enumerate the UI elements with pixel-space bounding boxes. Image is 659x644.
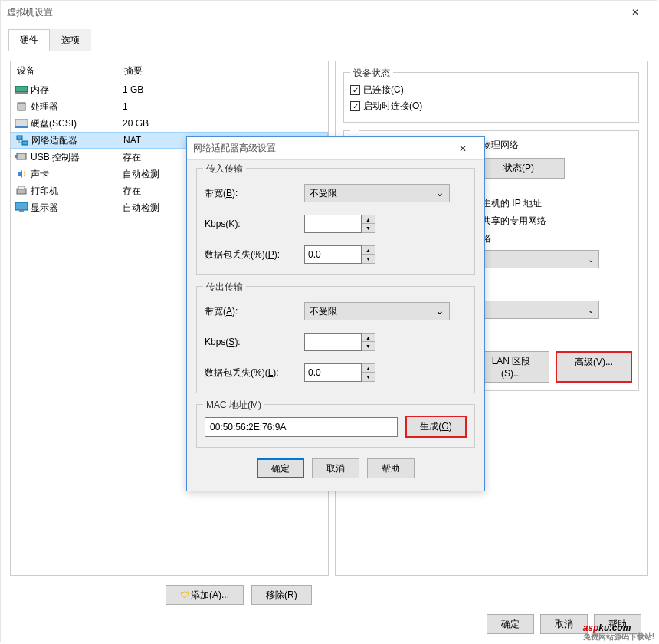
main-title: 虚拟机设置 bbox=[7, 6, 620, 19]
replicate-state-button[interactable]: 状态(P) bbox=[473, 158, 565, 179]
loss-out-input[interactable] bbox=[304, 363, 362, 382]
kbps-in-input[interactable] bbox=[304, 215, 362, 233]
close-icon[interactable]: ✕ bbox=[620, 1, 651, 24]
device-row-hdd[interactable]: 硬盘(SCSI) 20 GB bbox=[11, 115, 328, 132]
svg-rect-4 bbox=[15, 127, 28, 128]
spin-down-icon[interactable]: ▼ bbox=[362, 342, 375, 350]
main-cancel-button[interactable]: 取消 bbox=[540, 614, 588, 634]
device-label: 处理器 bbox=[31, 100, 123, 113]
bandwidth-in-val: 不受限 bbox=[310, 187, 337, 200]
device-label: 声卡 bbox=[31, 168, 123, 181]
svg-rect-0 bbox=[15, 86, 28, 92]
spin-up-icon[interactable]: ▲ bbox=[362, 334, 375, 342]
usb-icon bbox=[14, 151, 29, 163]
hostonly-partial: 机共享的专用网络 bbox=[473, 215, 632, 228]
svg-rect-10 bbox=[18, 186, 25, 189]
device-summary: 20 GB bbox=[123, 118, 325, 129]
hdd-icon bbox=[14, 117, 29, 130]
spin-up-icon[interactable]: ▲ bbox=[362, 215, 375, 224]
bridged-partial: 接物理网络 bbox=[473, 139, 632, 152]
device-label: USB 控制器 bbox=[31, 151, 123, 164]
device-row-memory[interactable]: 内存 1 GB bbox=[11, 81, 328, 98]
bandwidth-out-val: 不受限 bbox=[310, 305, 337, 318]
spin-down-icon[interactable]: ▼ bbox=[362, 255, 375, 263]
header-summary: 摘要 bbox=[124, 64, 143, 77]
sound-icon bbox=[14, 168, 29, 180]
spin-down-icon[interactable]: ▼ bbox=[362, 373, 375, 381]
ram-icon bbox=[14, 84, 29, 96]
device-summary: 1 GB bbox=[123, 84, 325, 95]
dialog-cancel-button[interactable]: 取消 bbox=[312, 458, 359, 478]
device-label: 硬盘(SCSI) bbox=[31, 117, 123, 130]
spin-up-icon[interactable]: ▲ bbox=[362, 246, 375, 255]
outgoing-group: 传出传输 带宽(A): 不受限 Kbps(S): ▲▼ 数据包丢失(%)(L):… bbox=[196, 286, 475, 393]
dialog-title: 网络适配器高级设置 bbox=[193, 142, 448, 155]
device-row-cpu[interactable]: 处理器 1 bbox=[11, 98, 328, 115]
add-button[interactable]: 🛡添加(A)... bbox=[166, 585, 244, 605]
main-titlebar: 虚拟机设置 ✕ bbox=[1, 1, 657, 24]
lan-segment-select[interactable]: ⌄ bbox=[473, 301, 599, 319]
mac-input[interactable] bbox=[205, 417, 398, 437]
add-remove-row: 🛡添加(A)... 移除(R) bbox=[166, 585, 312, 605]
advanced-button[interactable]: 高级(V)... bbox=[556, 351, 632, 383]
close-icon[interactable]: ✕ bbox=[448, 137, 478, 160]
remove-button[interactable]: 移除(R) bbox=[251, 585, 312, 605]
bandwidth-out-select[interactable]: 不受限 bbox=[304, 302, 450, 320]
advanced-settings-dialog: 网络适配器高级设置 ✕ 传入传输 带宽(B): 不受限 Kbps(K): ▲▼ … bbox=[186, 136, 485, 491]
outgoing-title: 传出传输 bbox=[203, 281, 246, 294]
bandwidth-in-label: 带宽(B): bbox=[205, 187, 304, 200]
tab-options[interactable]: 选项 bbox=[50, 29, 91, 51]
loss-in-spinner[interactable]: ▲▼ bbox=[304, 245, 375, 264]
kbps-in-label: Kbps(K): bbox=[205, 219, 304, 229]
device-label: 显示器 bbox=[31, 202, 123, 215]
loss-out-spinner[interactable]: ▲▼ bbox=[304, 363, 375, 382]
cpu-icon bbox=[14, 100, 29, 113]
spin-down-icon[interactable]: ▼ bbox=[362, 224, 375, 232]
watermark: aspku.com 免费网站源码下载站! bbox=[583, 617, 654, 642]
dialog-ok-button[interactable]: 确定 bbox=[257, 458, 304, 478]
device-label: 内存 bbox=[31, 84, 123, 97]
kbps-out-input[interactable] bbox=[304, 333, 362, 351]
bandwidth-out-label: 带宽(A): bbox=[205, 305, 304, 318]
loss-in-input[interactable] bbox=[304, 245, 362, 264]
mac-title: MAC 地址(M) bbox=[203, 399, 264, 412]
loss-in-label: 数据包丢失(%)(P): bbox=[205, 248, 304, 261]
spin-up-icon[interactable]: ▲ bbox=[362, 364, 375, 373]
connected-checkbox-row[interactable]: ✓ 已连接(C) bbox=[350, 84, 632, 97]
svg-rect-8 bbox=[15, 155, 17, 158]
device-status-group: 设备状态 ✓ 已连接(C) ✓ 启动时连接(O) bbox=[343, 72, 639, 123]
connect-at-power-row[interactable]: ✓ 启动时连接(O) bbox=[350, 100, 632, 113]
kbps-in-spinner[interactable]: ▲▼ bbox=[304, 215, 375, 233]
add-label: 添加(A)... bbox=[191, 589, 229, 602]
device-header: 设备 摘要 bbox=[11, 61, 328, 81]
incoming-title: 传入传输 bbox=[203, 163, 246, 176]
net-title bbox=[350, 125, 359, 136]
header-device: 设备 bbox=[17, 64, 124, 77]
kbps-out-label: Kbps(S): bbox=[205, 337, 304, 347]
svg-rect-1 bbox=[15, 92, 28, 94]
tab-hardware[interactable]: 硬件 bbox=[8, 29, 50, 51]
incoming-group: 传入传输 带宽(B): 不受限 Kbps(K): ▲▼ 数据包丢失(%)(P):… bbox=[196, 168, 475, 275]
svg-rect-7 bbox=[17, 153, 26, 159]
generate-button[interactable]: 生成(G) bbox=[405, 416, 467, 438]
dialog-titlebar: 网络适配器高级设置 ✕ bbox=[187, 137, 484, 160]
loss-out-label: 数据包丢失(%)(L): bbox=[205, 366, 304, 380]
device-label: 打印机 bbox=[31, 185, 123, 198]
mac-group: MAC 地址(M) 生成(G) bbox=[196, 404, 475, 448]
dialog-content: 传入传输 带宽(B): 不受限 Kbps(K): ▲▼ 数据包丢失(%)(P):… bbox=[187, 160, 484, 491]
connected-label: 已连接(C) bbox=[363, 84, 404, 97]
nat-partial: 享主机的 IP 地址 bbox=[473, 197, 632, 210]
bandwidth-in-select[interactable]: 不受限 bbox=[304, 184, 450, 202]
main-ok-button[interactable]: 确定 bbox=[487, 614, 534, 634]
svg-rect-11 bbox=[15, 202, 28, 210]
tabs: 硬件 选项 bbox=[1, 24, 657, 51]
svg-rect-5 bbox=[17, 136, 22, 140]
svg-rect-3 bbox=[15, 119, 28, 127]
custom-network-select[interactable]: ⌄ bbox=[473, 250, 599, 268]
wm-sub: 免费网站源码下载站! bbox=[583, 632, 654, 642]
kbps-out-spinner[interactable]: ▲▼ bbox=[304, 333, 375, 351]
dialog-help-button[interactable]: 帮助 bbox=[367, 458, 415, 478]
display-icon bbox=[14, 202, 29, 214]
shield-icon: 🛡 bbox=[180, 590, 189, 600]
net-label-partial: 网络 bbox=[473, 232, 632, 245]
